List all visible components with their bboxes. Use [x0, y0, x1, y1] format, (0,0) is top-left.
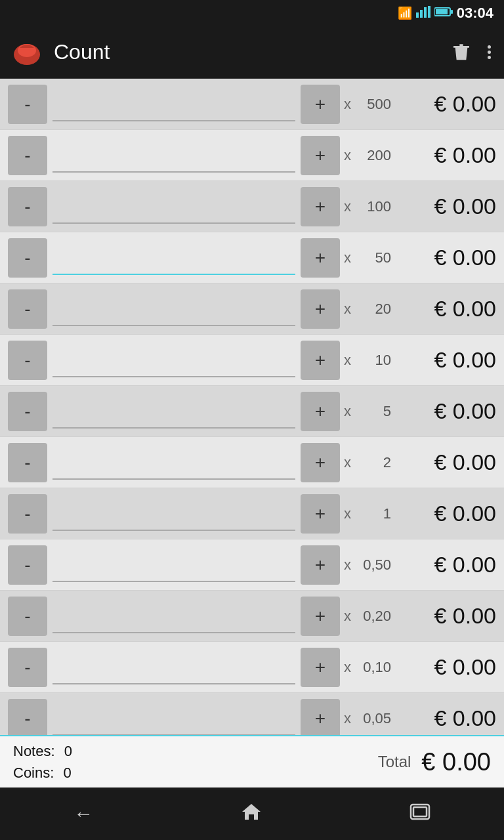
counter-list: - + x 500 € 0.00 - + x 200 € 0.00 - + x …	[0, 79, 504, 735]
coins-summary: Coins: 0	[13, 762, 378, 784]
back-button[interactable]: ←	[54, 796, 113, 831]
multiplier-500: x	[344, 96, 351, 113]
denomination-0,50: 0,50	[355, 556, 391, 574]
denomination-1: 1	[355, 505, 391, 522]
multiplier-1: x	[344, 505, 351, 522]
minus-button-100[interactable]: -	[8, 187, 47, 226]
delete-button[interactable]	[451, 41, 472, 64]
battery-icon	[434, 7, 453, 20]
minus-button-5[interactable]: -	[8, 392, 47, 431]
multiplier-0,20: x	[344, 608, 351, 625]
plus-button-0,05[interactable]: +	[301, 699, 340, 736]
minus-button-0,20[interactable]: -	[8, 597, 47, 636]
multiplier-200: x	[344, 147, 351, 164]
counter-input-0,20[interactable]	[52, 599, 295, 633]
minus-button-10[interactable]: -	[8, 341, 47, 380]
total-label: Total	[378, 753, 411, 771]
denomination-50: 50	[355, 249, 391, 266]
counter-input-50[interactable]	[52, 241, 295, 275]
minus-button-200[interactable]: -	[8, 136, 47, 175]
status-time: 03:04	[457, 5, 494, 22]
counter-row-2: - + x 2 € 0.00	[0, 437, 504, 488]
amount-2: € 0.00	[391, 450, 496, 475]
amount-200: € 0.00	[391, 142, 496, 168]
minus-button-0,10[interactable]: -	[8, 648, 47, 687]
plus-button-2[interactable]: +	[301, 443, 340, 482]
plus-button-200[interactable]: +	[301, 136, 340, 175]
plus-button-10[interactable]: +	[301, 341, 340, 380]
amount-10: € 0.00	[391, 347, 496, 373]
plus-button-5[interactable]: +	[301, 392, 340, 431]
counter-input-2[interactable]	[52, 446, 295, 480]
counter-input-0,50[interactable]	[52, 548, 295, 582]
svg-rect-3	[428, 6, 430, 18]
plus-button-500[interactable]: +	[301, 85, 340, 124]
counter-input-0,05[interactable]	[52, 702, 295, 736]
denomination-500: 500	[355, 96, 391, 113]
counter-input-200[interactable]	[52, 138, 295, 173]
denomination-200: 200	[355, 147, 391, 164]
counter-input-20[interactable]	[52, 292, 295, 326]
minus-button-50[interactable]: -	[8, 238, 47, 278]
nav-bar: ←	[0, 788, 504, 840]
amount-50: € 0.00	[391, 245, 496, 270]
plus-button-0,50[interactable]: +	[301, 545, 340, 585]
counter-input-0,10[interactable]	[52, 650, 295, 684]
app-bar-actions	[451, 41, 494, 64]
denomination-0,05: 0,05	[355, 710, 391, 727]
counter-row-0,50: - + x 0,50 € 0.00	[0, 539, 504, 591]
minus-button-0,05[interactable]: -	[8, 699, 47, 736]
minus-button-0,50[interactable]: -	[8, 545, 47, 585]
minus-button-500[interactable]: -	[8, 85, 47, 124]
minus-button-20[interactable]: -	[8, 289, 47, 329]
multiplier-0,05: x	[344, 710, 351, 727]
plus-button-20[interactable]: +	[301, 289, 340, 329]
coins-label: Coins:	[13, 765, 54, 781]
amount-0,20: € 0.00	[391, 603, 496, 629]
plus-button-1[interactable]: +	[301, 494, 340, 534]
amount-0,10: € 0.00	[391, 654, 496, 680]
more-options-button[interactable]	[485, 43, 494, 62]
counter-input-5[interactable]	[52, 394, 295, 429]
recents-button[interactable]	[390, 796, 450, 831]
svg-rect-5	[436, 9, 448, 14]
summary-right: Total € 0.00	[378, 748, 491, 776]
denomination-5: 5	[355, 403, 391, 420]
counter-row-20: - + x 20 € 0.00	[0, 284, 504, 335]
plus-button-0,20[interactable]: +	[301, 597, 340, 636]
counter-input-1[interactable]	[52, 497, 295, 531]
multiplier-5: x	[344, 403, 351, 420]
counter-row-100: - + x 100 € 0.00	[0, 181, 504, 232]
multiplier-50: x	[344, 249, 351, 266]
summary-bar: Notes: 0 Coins: 0 Total € 0.00	[0, 735, 504, 788]
denomination-10: 10	[355, 352, 391, 369]
multiplier-0,50: x	[344, 556, 351, 574]
denomination-100: 100	[355, 198, 391, 215]
amount-5: € 0.00	[391, 398, 496, 424]
status-icons: 📶 03:04	[398, 5, 494, 22]
minus-button-2[interactable]: -	[8, 443, 47, 482]
plus-button-0,10[interactable]: +	[301, 648, 340, 687]
denomination-0,20: 0,20	[355, 608, 391, 625]
app-bar: Count	[0, 26, 504, 79]
plus-button-100[interactable]: +	[301, 187, 340, 226]
multiplier-2: x	[344, 454, 351, 471]
amount-0,50: € 0.00	[391, 552, 496, 578]
notes-label: Notes:	[13, 743, 55, 759]
amount-100: € 0.00	[391, 194, 496, 219]
counter-row-500: - + x 500 € 0.00	[0, 79, 504, 130]
counter-input-100[interactable]	[52, 190, 295, 224]
counter-row-200: - + x 200 € 0.00	[0, 130, 504, 181]
counter-row-0,10: - + x 0,10 € 0.00	[0, 642, 504, 693]
plus-button-50[interactable]: +	[301, 238, 340, 278]
counter-input-10[interactable]	[52, 343, 295, 377]
counter-row-5: - + x 5 € 0.00	[0, 386, 504, 437]
denomination-2: 2	[355, 454, 391, 471]
minus-button-1[interactable]: -	[8, 494, 47, 534]
multiplier-20: x	[344, 301, 351, 318]
svg-rect-2	[424, 7, 427, 18]
amount-500: € 0.00	[391, 91, 496, 117]
wifi-icon: 📶	[398, 6, 412, 20]
counter-input-500[interactable]	[52, 87, 295, 121]
home-button[interactable]	[221, 796, 282, 832]
